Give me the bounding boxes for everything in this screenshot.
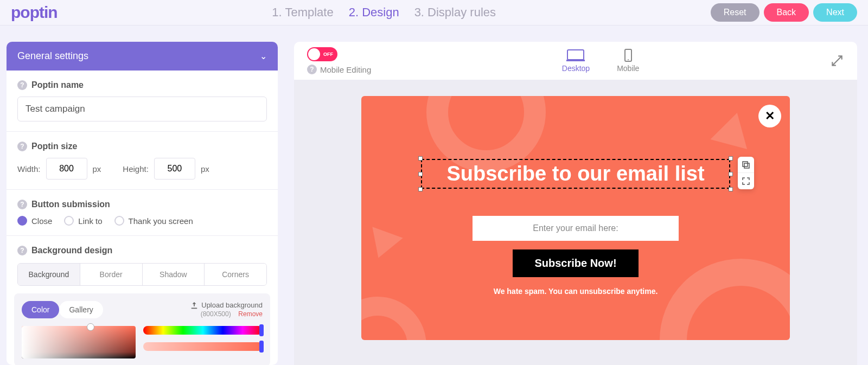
section-poptin-size: ? Poptin size Width: px Height: px: [7, 132, 278, 190]
mobile-editing-label: Mobile Editing: [320, 65, 371, 74]
poptin-name-label: Poptin name: [31, 80, 84, 90]
color-gallery-toggle: Color Gallery: [22, 301, 103, 318]
svg-rect-4: [743, 162, 748, 167]
color-picker: [22, 326, 263, 358]
selection-handle[interactable]: [418, 156, 423, 161]
bg-shape-triangle: [363, 227, 403, 264]
bg-shape-circle: [660, 259, 790, 340]
width-input[interactable]: [46, 158, 87, 180]
popup-title[interactable]: Subscribe to our email list: [421, 159, 730, 189]
upload-background-button[interactable]: Upload background: [190, 301, 263, 309]
height-label: Height:: [123, 164, 149, 174]
pill-color[interactable]: Color: [22, 301, 59, 318]
duplicate-tool[interactable]: [738, 157, 754, 173]
popup-disclaimer: We hate spam. You can unsubscribe anytim…: [494, 287, 658, 296]
step-template[interactable]: 1. Template: [272, 5, 333, 20]
popup-submit-button[interactable]: Subscribe Now!: [513, 249, 638, 277]
height-input[interactable]: [154, 158, 195, 180]
accordion-general-settings[interactable]: General settings ⌄: [7, 42, 278, 71]
help-icon[interactable]: ?: [17, 200, 27, 209]
design-canvas: OFF ? Mobile Editing Desktop Mobile: [294, 42, 857, 365]
reset-button[interactable]: Reset: [711, 3, 760, 22]
alpha-slider-thumb[interactable]: [259, 341, 264, 353]
top-bar: poptin 1. Template 2. Design 3. Display …: [0, 0, 868, 25]
poptin-name-input[interactable]: [17, 97, 267, 121]
close-icon: ✕: [765, 109, 775, 123]
bg-shape-circle: [361, 297, 426, 340]
expand-icon: [742, 177, 750, 185]
selection-handle[interactable]: [729, 156, 733, 161]
alpha-slider[interactable]: [143, 342, 263, 351]
mobile-icon: [619, 49, 637, 62]
radio-dot-icon: [114, 216, 124, 226]
remove-background-button[interactable]: Remove: [238, 310, 263, 318]
radio-dot-icon: [64, 216, 74, 226]
mobile-label: Mobile: [617, 64, 639, 73]
help-icon[interactable]: ?: [17, 142, 27, 151]
button-submission-label: Button submission: [31, 200, 110, 209]
popup-email-input[interactable]: Enter your email here:: [473, 216, 679, 241]
height-unit: px: [201, 164, 209, 174]
sv-picker-handle[interactable]: [87, 323, 94, 331]
selection-handle[interactable]: [418, 172, 423, 176]
toggle-knob: [308, 48, 320, 60]
accordion-title: General settings: [17, 50, 88, 62]
tab-shadow[interactable]: Shadow: [142, 264, 205, 285]
svg-rect-0: [567, 50, 584, 60]
selection-handle[interactable]: [729, 187, 733, 191]
canvas-toolbar: OFF ? Mobile Editing Desktop Mobile: [294, 42, 857, 80]
hue-slider-thumb[interactable]: [259, 324, 264, 336]
canvas-stage[interactable]: ✕ Subscribe to our email list: [294, 80, 857, 365]
step-design[interactable]: 2. Design: [349, 5, 399, 20]
main-area: General settings ⌄ ? Poptin name ? Popti…: [0, 25, 868, 365]
saturation-value-picker[interactable]: [22, 326, 136, 358]
svg-rect-5: [744, 163, 749, 168]
popup-title-selection[interactable]: Subscribe to our email list: [421, 159, 730, 189]
upload-background-block: Upload background (800X500) Remove: [190, 301, 263, 318]
step-display-rules[interactable]: 3. Display rules: [414, 5, 496, 20]
accordion-body: ? Poptin name ? Poptin size Width: px: [7, 71, 278, 365]
width-unit: px: [93, 164, 101, 174]
help-icon[interactable]: ?: [307, 65, 317, 74]
poptin-size-label: Poptin size: [31, 142, 77, 151]
fullscreen-icon[interactable]: [830, 54, 844, 68]
tab-background[interactable]: Background: [18, 264, 80, 285]
selection-handle[interactable]: [418, 187, 423, 191]
mobile-editing-toggle[interactable]: OFF: [307, 47, 337, 61]
background-design-label: Background design: [31, 246, 112, 255]
wizard-steps: 1. Template 2. Design 3. Display rules: [58, 5, 711, 20]
device-tab-mobile[interactable]: Mobile: [617, 49, 639, 73]
device-tab-desktop[interactable]: Desktop: [562, 49, 590, 73]
selection-handle[interactable]: [729, 172, 733, 176]
radio-close[interactable]: Close: [17, 216, 52, 226]
tab-corners[interactable]: Corners: [204, 264, 266, 285]
tab-border[interactable]: Border: [80, 264, 142, 285]
logo: poptin: [11, 3, 58, 22]
upload-label: Upload background: [201, 301, 263, 309]
popup-close-button[interactable]: ✕: [758, 105, 781, 127]
radio-close-label: Close: [31, 216, 52, 226]
svg-rect-1: [566, 60, 585, 61]
back-button[interactable]: Back: [764, 3, 809, 22]
toggle-state-label: OFF: [323, 52, 333, 57]
radio-dot-icon: [17, 216, 27, 226]
mobile-editing-group: OFF ? Mobile Editing: [307, 47, 371, 74]
width-label: Width:: [17, 164, 41, 174]
next-button[interactable]: Next: [813, 3, 857, 22]
settings-sidebar: General settings ⌄ ? Poptin name ? Popti…: [7, 42, 278, 365]
pill-gallery[interactable]: Gallery: [59, 301, 103, 318]
move-tool[interactable]: [738, 173, 754, 189]
svg-point-3: [628, 59, 629, 60]
section-button-submission: ? Button submission Close Link to Thank …: [7, 190, 278, 236]
upload-icon: [190, 302, 198, 309]
hue-slider[interactable]: [143, 326, 263, 335]
bg-design-tabs: Background Border Shadow Corners: [17, 263, 267, 286]
radio-linkto-label: Link to: [78, 216, 102, 226]
help-icon[interactable]: ?: [17, 246, 27, 255]
help-icon[interactable]: ?: [17, 80, 27, 90]
popup-preview[interactable]: ✕ Subscribe to our email list: [361, 96, 790, 340]
upload-dimensions: (800X500): [201, 310, 231, 318]
section-background-design: ? Background design Background Border Sh…: [7, 236, 278, 286]
radio-link-to[interactable]: Link to: [64, 216, 102, 226]
radio-thank-you[interactable]: Thank you screen: [114, 216, 193, 226]
